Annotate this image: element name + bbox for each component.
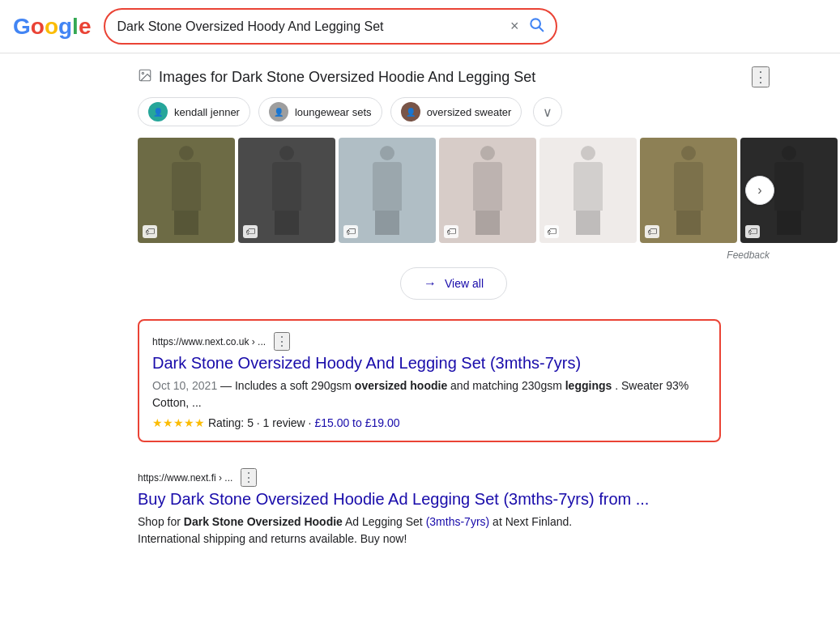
view-all-arrow-icon: → [424, 276, 437, 291]
result-2-snippet-part4: at Next Finland. [492, 515, 572, 528]
expand-chips-button[interactable]: ∨ [533, 97, 562, 126]
main-content: Images for Dark Stone Oversized Hoodie A… [0, 53, 770, 591]
search-result-1: https://www.next.co.uk › ... ⋮ Dark Ston… [138, 319, 721, 442]
result-1-snippet-before: — Includes a soft 290gsm [220, 379, 355, 392]
gallery-image-1[interactable]: 🏷 [138, 138, 235, 243]
chip-avatar-loungewear: 👤 [269, 102, 288, 121]
search-result-2: https://www.next.fi › ... ⋮ Buy Dark Sto… [138, 457, 721, 564]
gallery-tag-icon-4: 🏷 [444, 225, 458, 238]
result-1-snippet-bold2: leggings [565, 379, 612, 392]
gallery-tag-icon-5: 🏷 [544, 225, 559, 238]
google-logo[interactable]: Google [13, 14, 91, 40]
chip-label-loungewear: loungewear sets [295, 106, 372, 118]
result-1-url: https://www.next.co.uk › ... [152, 336, 266, 347]
header: Google × [0, 0, 840, 53]
result-2-url-row: https://www.next.fi › ... ⋮ [138, 468, 721, 487]
result-1-snippet-middle: and matching 230gsm [450, 379, 565, 392]
chip-label-kendall: kendall jenner [174, 106, 240, 118]
view-all-button[interactable]: → View all [400, 267, 507, 300]
gallery-image-5[interactable]: 🏷 [539, 138, 637, 243]
result-2-snippet-bold1: Dark Stone Oversized Hoodie [184, 515, 343, 528]
result-2-snippet: Shop for Dark Stone Oversized Hoodie Ad … [138, 514, 721, 548]
view-all-row: → View all [138, 267, 770, 300]
search-bar: × [104, 8, 557, 45]
svg-line-1 [539, 28, 544, 32]
result-1-snippet: Oct 10, 2021 — Includes a soft 290gsm ov… [152, 377, 706, 411]
image-gallery: 🏷 🏷 🏷 🏷 [138, 138, 770, 243]
images-header: Images for Dark Stone Oversized Hoodie A… [138, 66, 770, 87]
chip-avatar-sweater: 👤 [401, 102, 420, 121]
images-more-button[interactable]: ⋮ [752, 66, 770, 87]
result-1-meta: ★★★★★ Rating: 5 · 1 review · £15.00 to £… [152, 416, 706, 429]
gallery-tag-icon-6: 🏷 [645, 225, 659, 238]
gallery-image-2[interactable]: 🏷 [238, 138, 335, 243]
svg-point-3 [142, 72, 143, 74]
chip-oversized-sweater[interactable]: 👤 oversized sweater [390, 97, 522, 126]
result-1-price-link[interactable]: £15.00 to £19.00 [314, 416, 399, 429]
image-section-icon [138, 68, 152, 86]
clear-search-button[interactable]: × [507, 18, 522, 35]
result-2-snippet-part5: International shipping and returns avail… [138, 532, 407, 545]
feedback-label[interactable]: Feedback [138, 249, 770, 261]
gallery-tag-icon-2: 🏷 [243, 225, 258, 238]
gallery-image-4[interactable]: 🏷 [439, 138, 536, 243]
gallery-tag-icon-3: 🏷 [343, 225, 358, 238]
result-1-more-button[interactable]: ⋮ [274, 332, 290, 351]
result-1-stars: ★★★★★ [152, 416, 205, 429]
chip-loungewear-sets[interactable]: 👤 loungewear sets [258, 97, 382, 126]
chip-label-sweater: oversized sweater [427, 106, 512, 118]
search-submit-button[interactable] [528, 16, 544, 36]
result-2-snippet-part1: Shop for [138, 515, 184, 528]
result-1-date: Oct 10, 2021 [152, 379, 217, 392]
result-1-title[interactable]: Dark Stone Oversized Hoody And Legging S… [152, 354, 706, 373]
result-1-rating: Rating: 5 · 1 review · [208, 416, 315, 429]
images-section: Images for Dark Stone Oversized Hoodie A… [138, 66, 770, 300]
gallery-image-6[interactable]: 🏷 [640, 138, 737, 243]
result-2-url: https://www.next.fi › ... [138, 472, 232, 484]
view-all-label: View all [445, 277, 484, 290]
chip-avatar-kendall: 👤 [148, 102, 168, 121]
gallery-image-3[interactable]: 🏷 [339, 138, 436, 243]
result-1-url-row: https://www.next.co.uk › ... ⋮ [152, 332, 706, 351]
result-2-title[interactable]: Buy Dark Stone Oversized Hoodie Ad Leggi… [138, 490, 721, 509]
search-input[interactable] [117, 19, 500, 34]
result-2-more-button[interactable]: ⋮ [241, 468, 257, 487]
result-2-snippet-part3: (3mths-7yrs) [426, 515, 490, 528]
filter-chips-row: 👤 kendall jenner 👤 loungewear sets 👤 ove… [138, 97, 770, 126]
chip-kendall-jenner[interactable]: 👤 kendall jenner [138, 97, 250, 126]
gallery-tag-icon-1: 🏷 [143, 225, 157, 238]
result-1-snippet-bold1: oversized hoodie [355, 379, 447, 392]
gallery-tag-icon-7: 🏷 [745, 225, 760, 238]
result-2-snippet-part2: Ad Legging Set [345, 515, 426, 528]
gallery-next-button[interactable]: › [745, 176, 774, 205]
images-section-title: Images for Dark Stone Oversized Hoodie A… [159, 69, 535, 86]
